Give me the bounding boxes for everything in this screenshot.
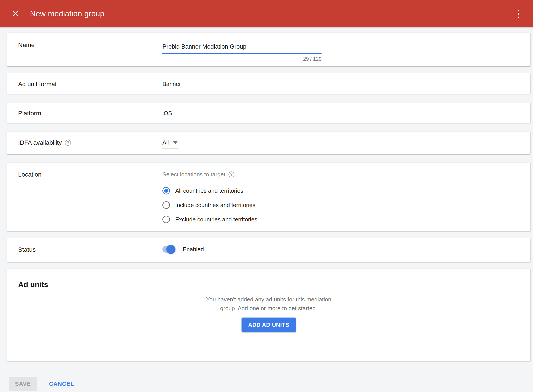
idfa-card: IDFA availability ? All bbox=[7, 132, 530, 154]
status-card: Status Enabled bbox=[7, 238, 530, 262]
dropdown-caret-icon bbox=[173, 141, 178, 144]
radio-exclude-countries[interactable]: Exclude countries and territories bbox=[162, 215, 257, 224]
help-icon[interactable]: ? bbox=[229, 172, 234, 177]
idfa-dropdown-value: All bbox=[162, 139, 169, 146]
text-caret bbox=[247, 43, 247, 50]
empty-state-line2: group. Add one or more to get started. bbox=[7, 304, 530, 313]
radio-all-countries[interactable]: All countries and territories bbox=[162, 186, 257, 196]
platform-value: iOS bbox=[162, 110, 172, 117]
status-label: Status bbox=[18, 246, 162, 253]
close-icon[interactable]: ✕ bbox=[11, 9, 20, 19]
name-input-value: Prebid Banner Mediation Group bbox=[162, 43, 246, 50]
radio-label[interactable]: Include countries and territories bbox=[175, 202, 255, 209]
idfa-dropdown[interactable]: All bbox=[162, 139, 178, 149]
ad-units-card: Ad units You haven't added any ad units … bbox=[7, 269, 530, 361]
location-card: Location Select locations to target ? Al… bbox=[7, 163, 530, 231]
save-button[interactable]: SAVE bbox=[9, 377, 37, 391]
radio-button-icon[interactable] bbox=[162, 201, 170, 209]
location-radio-group: All countries and territories Include co… bbox=[162, 186, 257, 224]
radio-label[interactable]: Exclude countries and territories bbox=[175, 216, 257, 223]
status-value: Enabled bbox=[183, 246, 204, 253]
ad-units-title: Ad units bbox=[18, 280, 530, 289]
platform-card: Platform iOS bbox=[7, 103, 530, 123]
ad-unit-format-value: Banner bbox=[162, 81, 181, 88]
radio-include-countries[interactable]: Include countries and territories bbox=[162, 200, 257, 210]
add-ad-units-button[interactable]: ADD AD UNITS bbox=[242, 317, 296, 332]
char-counter: 29 / 120 bbox=[162, 56, 322, 62]
ad-unit-format-label: Ad unit format bbox=[18, 81, 162, 88]
location-label: Location bbox=[18, 171, 162, 229]
footer-actions: SAVE CANCEL bbox=[9, 377, 533, 391]
toggle-thumb-icon bbox=[166, 245, 175, 254]
radio-button-icon[interactable] bbox=[162, 187, 170, 194]
radio-label[interactable]: All countries and territories bbox=[175, 187, 243, 194]
idfa-label: IDFA availability bbox=[18, 139, 62, 146]
name-label: Name bbox=[18, 42, 162, 62]
page-title: New mediation group bbox=[30, 9, 104, 18]
name-card: Name Prebid Banner Mediation Group 29 / … bbox=[7, 33, 530, 66]
empty-state-line1: You haven't added any ad units for this … bbox=[7, 295, 530, 304]
help-icon[interactable]: ? bbox=[65, 140, 71, 146]
radio-button-icon[interactable] bbox=[162, 216, 170, 223]
name-input[interactable]: Prebid Banner Mediation Group bbox=[162, 42, 322, 54]
platform-label: Platform bbox=[18, 110, 162, 117]
cancel-button[interactable]: CANCEL bbox=[45, 377, 79, 391]
ad-unit-format-card: Ad unit format Banner bbox=[7, 73, 530, 94]
location-prompt: Select locations to target bbox=[162, 171, 225, 178]
status-toggle[interactable] bbox=[162, 246, 175, 252]
appbar: ✕ New mediation group ⋮ bbox=[0, 0, 533, 27]
dropdown-underline bbox=[162, 149, 178, 149]
kebab-menu-icon[interactable]: ⋮ bbox=[514, 10, 523, 18]
ad-units-empty-state: You haven't added any ad units for this … bbox=[7, 295, 530, 332]
